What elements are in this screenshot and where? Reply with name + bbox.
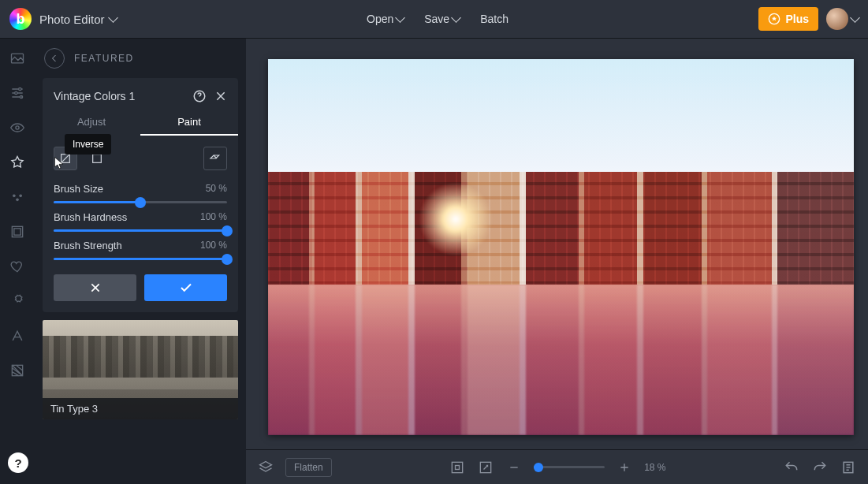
open-menu[interactable]: Open bbox=[367, 13, 404, 25]
rail-frame-icon[interactable] bbox=[9, 223, 26, 240]
arrow-left-icon bbox=[50, 54, 59, 63]
svg-point-2 bbox=[19, 87, 21, 90]
help-bubble[interactable]: ? bbox=[8, 452, 28, 473]
zoom-value: 18 % bbox=[644, 462, 665, 473]
layers-icon[interactable] bbox=[257, 459, 274, 476]
rail-heart-icon[interactable] bbox=[9, 258, 26, 275]
top-menu: Open Save Batch bbox=[367, 13, 509, 25]
svg-point-6 bbox=[13, 195, 16, 198]
top-bar: Photo Editor Open Save Batch Plus bbox=[0, 0, 868, 39]
actual-size-icon[interactable] bbox=[477, 459, 494, 476]
slider-brush-size[interactable]: Brush Size50 % bbox=[43, 175, 238, 203]
svg-point-8 bbox=[16, 199, 19, 202]
plus-label: Plus bbox=[785, 13, 809, 25]
batch-label: Batch bbox=[480, 13, 509, 25]
rail-texture-icon[interactable] bbox=[9, 362, 26, 379]
chevron-down-icon bbox=[451, 13, 461, 23]
slider-brush-strength[interactable]: Brush Strength100 % bbox=[43, 232, 238, 260]
star-badge-icon bbox=[768, 13, 780, 25]
bottom-bar: Flatten 18 % bbox=[246, 449, 868, 484]
tool-rail bbox=[0, 39, 35, 484]
effect-name: Vintage Colors 1 bbox=[54, 90, 135, 102]
app-logo[interactable] bbox=[9, 8, 32, 30]
zoom-slider[interactable] bbox=[534, 466, 605, 468]
preset-label: Tin Type 3 bbox=[43, 398, 238, 419]
app-title-dropdown[interactable]: Photo Editor bbox=[39, 13, 117, 26]
effect-action-row bbox=[43, 260, 238, 301]
redo-button[interactable] bbox=[811, 459, 829, 476]
zoom-controls: 18 % bbox=[505, 459, 665, 476]
svg-rect-10 bbox=[14, 229, 20, 235]
canvas-image bbox=[268, 59, 854, 435]
chevron-down-icon bbox=[850, 13, 860, 23]
help-icon[interactable] bbox=[192, 89, 207, 103]
batch-button[interactable]: Batch bbox=[480, 13, 509, 25]
rail-dots-icon[interactable] bbox=[9, 188, 26, 206]
side-panel: FEATURED Vintage Colors 1 Adjust Paint I… bbox=[35, 39, 246, 484]
rail-star-icon[interactable] bbox=[9, 154, 26, 171]
cursor-icon bbox=[54, 156, 65, 170]
rail-badge-icon[interactable] bbox=[9, 292, 26, 310]
account-menu[interactable] bbox=[826, 8, 859, 30]
effect-card: Vintage Colors 1 Adjust Paint Inverse bbox=[43, 78, 238, 312]
panel-heading-label: FEATURED bbox=[74, 53, 134, 64]
paint-tool-row: Inverse bbox=[43, 136, 238, 175]
plus-upgrade-button[interactable]: Plus bbox=[758, 7, 818, 31]
close-icon bbox=[89, 281, 102, 294]
svg-point-7 bbox=[19, 195, 22, 198]
cancel-button[interactable] bbox=[54, 274, 136, 301]
chevron-down-icon bbox=[108, 13, 118, 23]
zoom-in-button[interactable] bbox=[616, 459, 633, 476]
zoom-out-button[interactable] bbox=[505, 459, 523, 476]
svg-point-3 bbox=[15, 91, 17, 94]
fit-screen-icon[interactable] bbox=[449, 459, 466, 476]
undo-button[interactable] bbox=[783, 459, 800, 476]
check-icon bbox=[179, 281, 193, 295]
svg-rect-16 bbox=[456, 465, 460, 469]
app-title-label: Photo Editor bbox=[39, 13, 105, 26]
canvas-area: Flatten 18 % bbox=[246, 39, 868, 484]
open-label: Open bbox=[367, 13, 393, 25]
preset-tin-type-3[interactable]: Tin Type 3 bbox=[43, 320, 238, 419]
save-menu[interactable]: Save bbox=[424, 13, 460, 25]
tab-adjust[interactable]: Adjust bbox=[43, 110, 140, 136]
apply-button[interactable] bbox=[144, 274, 227, 301]
inverse-tooltip: Inverse bbox=[65, 134, 111, 155]
chevron-down-icon bbox=[395, 13, 405, 23]
history-icon[interactable] bbox=[840, 459, 857, 476]
back-button[interactable] bbox=[44, 48, 65, 69]
svg-rect-15 bbox=[453, 462, 463, 472]
panel-header: FEATURED bbox=[35, 39, 246, 75]
viewport[interactable] bbox=[246, 39, 868, 449]
close-icon[interactable] bbox=[214, 90, 227, 102]
rail-sliders-icon[interactable] bbox=[9, 84, 26, 102]
effect-tabs: Adjust Paint bbox=[43, 110, 238, 136]
rail-image-icon[interactable] bbox=[9, 50, 26, 67]
erase-tool-button[interactable] bbox=[203, 147, 227, 170]
rail-eye-icon[interactable] bbox=[9, 119, 26, 136]
erase-icon bbox=[209, 152, 222, 165]
flatten-button[interactable]: Flatten bbox=[285, 458, 332, 477]
svg-point-5 bbox=[16, 126, 19, 129]
rail-text-icon[interactable] bbox=[9, 327, 26, 344]
tab-paint[interactable]: Paint bbox=[140, 110, 238, 136]
svg-rect-14 bbox=[93, 155, 102, 163]
avatar bbox=[826, 8, 848, 30]
save-label: Save bbox=[424, 13, 449, 25]
